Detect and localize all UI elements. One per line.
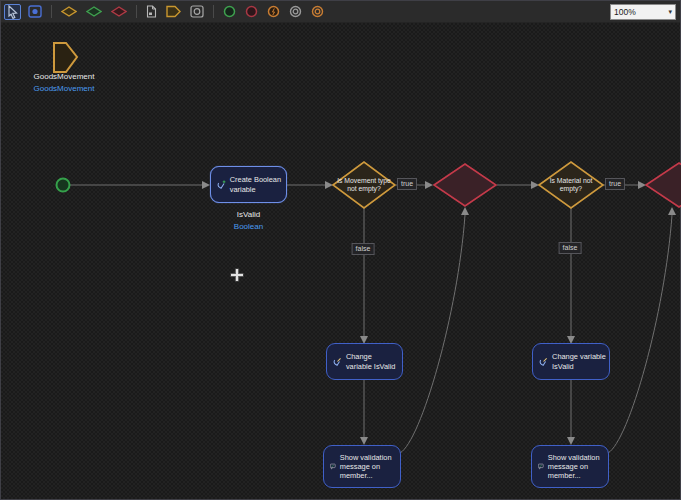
end-circle-element-button[interactable] [243,4,260,20]
goods-movement-shape[interactable] [54,43,77,72]
connector-lines [70,185,672,453]
toolbar-separator [136,5,137,18]
edge-label-false-2: false [559,242,582,254]
variable-type-label[interactable]: Boolean [210,222,287,231]
red-diamond-icon [111,6,127,17]
terminate-circle-element-button[interactable] [287,4,304,20]
node-label: Create Boolean variable [230,175,283,193]
change-variable-node-2[interactable]: Change variable IsValid [532,343,610,380]
pointer-icon [6,5,19,19]
boxed-circle-icon [190,5,204,18]
connector-arrowheads [202,181,676,445]
show-message-node-1[interactable]: Show validation message on member... [323,445,401,488]
chevron-down-icon: ▾ [668,8,672,16]
zoom-level-value: 100% [614,7,636,17]
node-label: Change variable IsValid [552,352,606,370]
message-check-icon [538,460,544,473]
terminate-circle-icon [289,5,302,18]
node-label: Show validation message on member... [340,453,397,481]
edit-variable-icon [333,355,342,368]
message-check-icon [330,460,336,473]
merge-diamond-1[interactable] [434,164,496,206]
cancel-circle-element-button[interactable] [309,4,326,20]
node-label: Show validation message on member... [548,453,605,481]
edge-label-true-1: true [397,178,417,190]
red-diamond-element-button[interactable] [109,4,129,20]
start-node[interactable] [57,179,70,192]
cancel-circle-icon [311,5,324,18]
create-variable-icon [217,178,226,191]
toolbar-separator [213,5,214,18]
decision-movement-label: Is Movement type not empty? [335,177,393,193]
process-pentagon-element-button[interactable] [164,4,183,20]
error-circle-element-button[interactable] [265,4,282,20]
zoom-level-select[interactable]: 100% ▾ [610,4,676,20]
create-variable-node[interactable]: Create Boolean variable [210,166,287,203]
edge-label-true-2: true [605,178,625,190]
document-element-button[interactable] [144,4,159,20]
app-window: GoodsMovement GoodsMovement Create Boole… [0,0,681,500]
end-circle-icon [245,5,258,18]
toolbar: 100% ▾ [1,1,680,23]
boxed-circle-element-button[interactable] [188,4,206,20]
decision-material-label: Is Material not empty? [542,177,600,193]
start-circle-icon [223,5,236,18]
edit-variable-icon [539,355,548,368]
goods-movement-title: GoodsMovement [20,72,108,81]
edge-label-false-1: false [352,243,375,255]
goods-movement-subtitle[interactable]: GoodsMovement [20,84,108,93]
pointer-tool-button[interactable] [4,4,21,20]
error-circle-icon [267,5,280,18]
marquee-circle-tool-button[interactable] [26,4,44,20]
green-diamond-element-button[interactable] [84,4,104,20]
boxed-circle-blue-icon [28,5,42,18]
yellow-diamond-element-button[interactable] [59,4,79,20]
crosshair-cursor [229,267,245,283]
toolbar-separator [51,5,52,18]
show-message-node-2[interactable]: Show validation message on member... [531,445,609,488]
start-circle-element-button[interactable] [221,4,238,20]
pentagon-icon [166,5,181,18]
variable-name-label: IsValid [210,210,287,219]
change-variable-node-1[interactable]: Change variable IsValid [326,343,403,380]
design-canvas[interactable]: GoodsMovement GoodsMovement Create Boole… [1,1,680,499]
green-diamond-icon [86,6,102,17]
document-icon [146,5,157,18]
node-label: Change variable IsValid [346,352,399,370]
yellow-diamond-icon [61,6,77,17]
merge-diamond-2[interactable] [646,163,681,207]
